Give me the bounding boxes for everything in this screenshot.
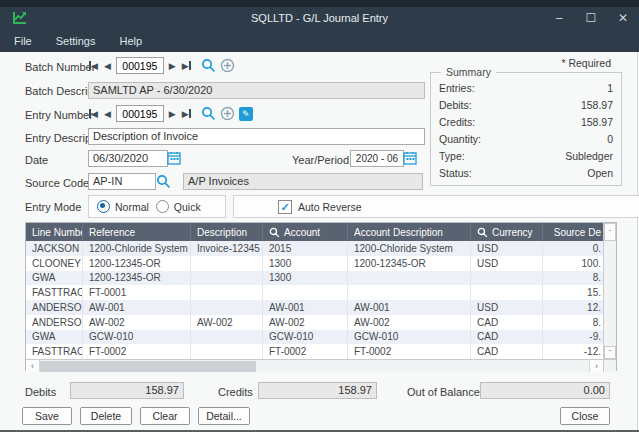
new-entry-icon[interactable] xyxy=(220,106,235,121)
grid-cell[interactable] xyxy=(348,285,471,300)
grid-cell[interactable] xyxy=(471,271,543,286)
grid-cell[interactable]: AW-002 xyxy=(348,315,471,330)
grid-cell[interactable]: FT-0002 xyxy=(83,344,191,359)
col-account[interactable]: Account xyxy=(263,223,348,241)
source-code-input[interactable] xyxy=(88,173,156,190)
date-calendar-icon[interactable] xyxy=(167,151,181,165)
grid-cell[interactable] xyxy=(191,330,263,345)
grid-cell[interactable] xyxy=(348,271,471,286)
horizontal-scrollbar[interactable]: ‹ › xyxy=(26,359,603,372)
grid-row[interactable]: GWA1200-12345-OR13008. xyxy=(26,271,603,286)
col-reference[interactable]: Reference xyxy=(83,223,191,241)
menu-file[interactable]: File xyxy=(0,29,44,52)
grid-cell[interactable] xyxy=(191,256,263,271)
grid-cell[interactable]: 1300 xyxy=(263,271,348,286)
grid-cell[interactable]: USD xyxy=(471,256,543,271)
grid-cell[interactable]: -12. xyxy=(543,344,603,359)
close-window-button[interactable]: ✕ xyxy=(610,7,636,29)
minimize-button[interactable]: – xyxy=(546,7,572,29)
entry-detail-edit-icon[interactable]: ✎ xyxy=(239,107,253,121)
grid-cell[interactable]: GWA xyxy=(26,330,83,345)
save-button[interactable]: Save xyxy=(22,407,72,425)
grid-row[interactable]: CLOONEY1200-12345-OR13001200-12345-ORUSD… xyxy=(26,256,603,271)
batch-number-input[interactable] xyxy=(116,57,164,74)
hscroll-thumb[interactable] xyxy=(40,361,256,372)
grid-row[interactable]: FASTTRACKFT-0002FT-0002FT-0002CAD-12. xyxy=(26,344,603,359)
grid-cell[interactable]: USD xyxy=(471,300,543,315)
entry-search-icon[interactable] xyxy=(201,106,216,121)
grid-cell[interactable]: GCW-010 xyxy=(348,330,471,345)
scroll-right-icon[interactable]: › xyxy=(589,360,603,372)
grid-cell[interactable] xyxy=(471,285,543,300)
scroll-up-icon[interactable]: ˆ xyxy=(604,223,616,241)
previous-record-icon[interactable]: ◀ xyxy=(103,61,112,71)
account-search-icon[interactable] xyxy=(269,227,280,238)
grid-row[interactable]: GWAGCW-010GCW-010GCW-010CAD-9. xyxy=(26,330,603,345)
detail-button[interactable]: Detail... xyxy=(198,407,250,425)
clear-button[interactable]: Clear xyxy=(140,407,190,425)
grid-cell[interactable]: FT-0002 xyxy=(348,344,471,359)
grid-cell[interactable]: 0. xyxy=(543,241,603,256)
menu-help[interactable]: Help xyxy=(107,29,154,52)
grid-cell[interactable]: 8. xyxy=(543,315,603,330)
grid-cell[interactable]: JACKSON xyxy=(26,241,83,256)
grid-cell[interactable]: FT-0002 xyxy=(263,344,348,359)
entry-description-input[interactable] xyxy=(88,128,425,145)
grid-cell[interactable] xyxy=(191,271,263,286)
grid-row[interactable]: ANDERSONAW-001AW-001AW-001USD12. xyxy=(26,300,603,315)
grid-cell[interactable]: 2015 xyxy=(263,241,348,256)
auto-reverse-checkbox[interactable]: ✓ xyxy=(278,200,292,214)
col-account-description[interactable]: Account Description xyxy=(348,223,471,241)
radio-quick[interactable]: Quick xyxy=(156,200,201,213)
menu-settings[interactable]: Settings xyxy=(44,29,108,52)
col-line-number[interactable]: Line Number xyxy=(26,223,83,241)
close-button[interactable]: Close xyxy=(560,407,610,425)
grid-row[interactable]: ANDERSONAW-002AW-002AW-002AW-002CAD8. xyxy=(26,315,603,330)
new-batch-icon[interactable] xyxy=(220,58,235,73)
grid-cell[interactable]: -9. xyxy=(543,330,603,345)
last-entry-icon[interactable]: ▶ xyxy=(181,109,192,119)
date-input[interactable] xyxy=(88,150,168,167)
grid-cell[interactable]: CLOONEY xyxy=(26,256,83,271)
grid-cell[interactable]: Invoice-12345 xyxy=(191,241,263,256)
col-source-debit[interactable]: Source De xyxy=(543,223,603,241)
grid-cell[interactable]: 1200-Chloride System xyxy=(83,241,191,256)
grid-cell[interactable]: FASTTRACK xyxy=(26,285,83,300)
grid-cell[interactable]: ANDERSON xyxy=(26,300,83,315)
maximize-button[interactable]: ☐ xyxy=(578,7,604,29)
grid-cell[interactable] xyxy=(191,300,263,315)
first-record-icon[interactable]: ◀ xyxy=(88,61,99,71)
grid-cell[interactable]: 15. xyxy=(543,285,603,300)
previous-entry-icon[interactable]: ◀ xyxy=(103,109,112,119)
grid-cell[interactable]: 12. xyxy=(543,300,603,315)
grid-cell[interactable]: CAD xyxy=(471,344,543,359)
grid-cell[interactable]: AW-001 xyxy=(348,300,471,315)
year-period-calendar-icon[interactable] xyxy=(403,151,417,165)
grid-cell[interactable] xyxy=(263,285,348,300)
currency-search-icon[interactable] xyxy=(477,227,488,238)
year-period-input[interactable] xyxy=(350,150,404,167)
grid-cell[interactable]: 8. xyxy=(543,271,603,286)
scroll-left-icon[interactable]: ‹ xyxy=(26,360,40,372)
radio-normal[interactable]: Normal xyxy=(97,200,149,213)
grid-cell[interactable]: AW-002 xyxy=(263,315,348,330)
grid-cell[interactable]: 1200-12345-OR xyxy=(83,271,191,286)
next-entry-icon[interactable]: ▶ xyxy=(168,109,177,119)
grid-cell[interactable]: ANDERSON xyxy=(26,315,83,330)
grid-cell[interactable] xyxy=(191,344,263,359)
grid-cell[interactable]: CAD xyxy=(471,315,543,330)
grid-cell[interactable]: AW-002 xyxy=(83,315,191,330)
col-description[interactable]: Description xyxy=(191,223,263,241)
vertical-scrollbar[interactable]: ˆ ˇ xyxy=(603,223,616,359)
delete-button[interactable]: Delete xyxy=(80,407,132,425)
first-entry-icon[interactable]: ◀ xyxy=(88,109,99,119)
col-currency[interactable]: Currency xyxy=(471,223,543,241)
grid-cell[interactable]: GCW-010 xyxy=(83,330,191,345)
grid-cell[interactable]: 1200-12345-OR xyxy=(83,256,191,271)
grid-cell[interactable]: 100. xyxy=(543,256,603,271)
grid-cell[interactable]: FASTTRACK xyxy=(26,344,83,359)
grid-cell[interactable]: 1200-12345-OR xyxy=(348,256,471,271)
grid-cell[interactable]: AW-002 xyxy=(191,315,263,330)
next-record-icon[interactable]: ▶ xyxy=(168,61,177,71)
scroll-down-icon[interactable]: ˇ xyxy=(604,346,616,359)
